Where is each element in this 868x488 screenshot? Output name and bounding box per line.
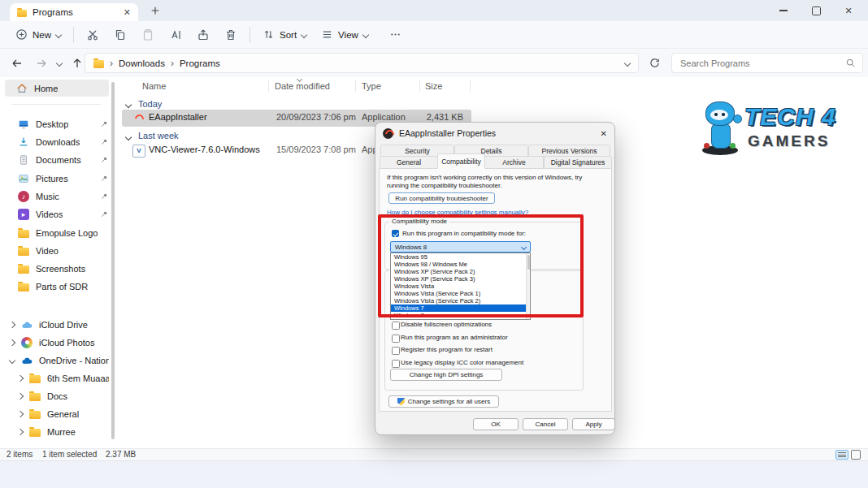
sidebar-item-music[interactable]: Music <box>5 188 109 205</box>
sidebar-item-icloud-photos[interactable]: iCloud Photos <box>5 334 109 351</box>
mascot-eye <box>714 113 718 116</box>
recent-locations-button[interactable] <box>52 53 67 73</box>
ok-button[interactable]: OK <box>473 418 519 430</box>
chevron-right-icon[interactable] <box>17 392 24 399</box>
sidebar-item-pictures[interactable]: Pictures <box>5 170 109 187</box>
chevron-right-icon[interactable] <box>9 339 15 345</box>
sidebar-item-docs[interactable]: Docs <box>5 387 109 404</box>
chevron-right-icon[interactable] <box>9 321 15 327</box>
sidebar-item-icloud-drive[interactable]: iCloud Drive <box>5 316 109 333</box>
fullscreen-optimizations-label[interactable]: Disable fullscreen optimizations <box>401 321 492 328</box>
share-button[interactable] <box>189 24 217 46</box>
run-troubleshooter-button[interactable]: Run compatibility troubleshooter <box>388 192 495 204</box>
sidebar-item-label: Desktop <box>36 119 68 129</box>
breadcrumb[interactable]: › Downloads › Programs <box>85 53 639 73</box>
sidebar-item-documents[interactable]: Documents <box>5 151 109 168</box>
chevron-down-icon[interactable] <box>9 356 15 363</box>
rename-button[interactable] <box>162 24 189 46</box>
mascot-eye <box>722 113 725 116</box>
sidebar-item-parts-of-sdr[interactable]: Parts of SDR <box>5 278 109 295</box>
sidebar-item-videos[interactable]: Videos <box>5 205 109 222</box>
delete-button[interactable] <box>217 24 245 46</box>
copy-button[interactable] <box>106 24 134 46</box>
sort-button[interactable]: Sort <box>255 24 314 46</box>
run-as-admin-label[interactable]: Run this program as an administrator <box>401 334 508 341</box>
onedrive-icon <box>21 355 33 366</box>
dialog-close-icon[interactable]: ✕ <box>601 129 607 138</box>
tab-compatibility[interactable]: Compatibility <box>437 153 485 169</box>
sidebar-item-home[interactable]: Home <box>5 80 109 97</box>
chevron-right-icon[interactable] <box>17 410 24 417</box>
window-maximize-button[interactable] <box>800 0 832 21</box>
forward-button[interactable] <box>31 53 52 73</box>
sidebar-item-general[interactable]: General <box>5 405 109 422</box>
sidebar-item-desktop[interactable]: Desktop <box>5 115 109 132</box>
sidebar-scrollbar[interactable] <box>111 82 115 439</box>
back-button[interactable] <box>7 53 28 73</box>
sidebar-item-6th-sem[interactable]: 6th Sem Muaaaz Writ <box>5 369 109 387</box>
view-button[interactable]: View <box>314 24 375 46</box>
breadcrumb-downloads[interactable]: Downloads <box>119 58 165 68</box>
file-size: 2,431 KB <box>421 112 463 122</box>
search-input[interactable] <box>679 58 845 69</box>
sidebar-item-screenshots[interactable]: Screenshots <box>5 260 109 277</box>
tab-general[interactable]: General <box>380 156 438 169</box>
file-name: EAappInstaller <box>149 112 207 122</box>
legacy-icc-label[interactable]: Use legacy display ICC color management <box>401 359 523 366</box>
group-collapse-icon[interactable] <box>125 134 132 140</box>
column-header-name[interactable]: Name <box>142 81 166 91</box>
window-close-button[interactable]: ✕ <box>832 0 865 21</box>
chevron-down-icon <box>362 31 369 37</box>
cancel-button[interactable]: Cancel <box>523 418 568 430</box>
legacy-icc-checkbox[interactable] <box>392 360 400 368</box>
column-divider[interactable] <box>470 80 471 92</box>
tab-close-icon[interactable]: ✕ <box>124 7 131 18</box>
paste-button[interactable] <box>134 24 162 46</box>
pin-icon <box>100 155 109 164</box>
sidebar-item-onedrive[interactable]: OneDrive - National Unive <box>5 352 109 369</box>
fullscreen-optimizations-checkbox[interactable] <box>392 322 400 330</box>
tab-title: Programs <box>33 7 73 17</box>
search-box[interactable] <box>671 53 863 73</box>
change-dpi-button[interactable]: Change high DPI settings <box>390 369 502 381</box>
address-dropdown-icon[interactable] <box>624 59 631 66</box>
column-header-type[interactable]: Type <box>362 81 381 91</box>
selection-count: 1 item selected <box>42 450 97 459</box>
column-divider[interactable] <box>268 80 269 92</box>
group-label-today[interactable]: Today <box>138 99 162 109</box>
apply-button[interactable]: Apply <box>572 418 615 430</box>
register-restart-checkbox[interactable] <box>392 347 400 355</box>
sidebar-item-video[interactable]: Video <box>5 242 109 259</box>
dialog-titlebar[interactable]: EAappInstaller Properties ✕ <box>375 123 614 144</box>
sidebar-item-murree[interactable]: Murree <box>5 423 109 440</box>
refresh-button[interactable] <box>644 53 665 73</box>
register-restart-label[interactable]: Register this program for restart <box>401 346 493 353</box>
column-header-date[interactable]: Date modified <box>275 81 330 91</box>
sidebar-item-emopulse-logo[interactable]: Emopulse Logo <box>5 224 109 241</box>
tab-digital-signatures[interactable]: Digital Signatures <box>544 156 612 169</box>
details-view-toggle[interactable] <box>835 450 848 460</box>
breadcrumb-programs[interactable]: Programs <box>180 58 220 68</box>
run-as-admin-checkbox[interactable] <box>392 335 400 343</box>
sidebar-item-downloads[interactable]: Downloads <box>5 133 109 150</box>
back-icon <box>11 57 24 70</box>
column-header-size[interactable]: Size <box>425 81 442 91</box>
see-more-button[interactable] <box>382 24 409 46</box>
chevron-right-icon[interactable] <box>17 428 24 434</box>
large-icons-view-toggle[interactable] <box>851 450 861 460</box>
compat-intro-line1: If this program isn't working correctly … <box>387 174 582 181</box>
change-all-users-button[interactable]: Change settings for all users <box>388 395 499 408</box>
tab-previous-versions[interactable]: Previous Versions <box>528 145 610 157</box>
new-tab-button[interactable] <box>150 5 161 16</box>
chevron-right-icon[interactable] <box>17 374 24 381</box>
window-minimize-button[interactable] <box>767 0 800 21</box>
new-button[interactable]: New <box>8 24 68 46</box>
group-collapse-icon[interactable] <box>125 101 132 108</box>
cut-button[interactable] <box>79 24 106 46</box>
tab-archive[interactable]: Archive <box>484 156 544 169</box>
column-divider[interactable] <box>419 80 420 92</box>
column-divider[interactable] <box>355 80 356 92</box>
explorer-tab[interactable]: Programs ✕ <box>10 3 138 21</box>
annotation-highlight-rectangle <box>378 214 584 317</box>
group-label-last-week[interactable]: Last week <box>138 131 179 140</box>
